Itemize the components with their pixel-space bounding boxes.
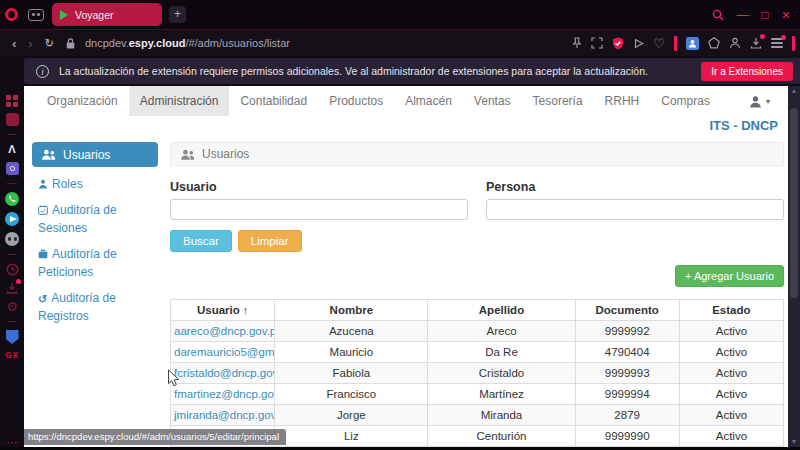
cell-estado: Activo <box>679 384 783 405</box>
user-email-link[interactable]: fcristaldo@dncp.gov.py <box>171 363 275 384</box>
popout-play-icon[interactable] <box>633 38 644 49</box>
back-button[interactable]: ‹ <box>12 36 16 51</box>
nav-contabilidad[interactable]: Contabilidad <box>229 86 318 116</box>
active-tab[interactable]: Voyager <box>52 3 162 26</box>
page-scrollbar[interactable]: ▲ ▼ <box>788 86 800 447</box>
header-usuario[interactable]: Usuario↑ <box>171 300 275 321</box>
maximize-button[interactable]: □ <box>762 9 769 21</box>
table-row: fmartinez@dncp.gov.pyFranciscoMartínez99… <box>171 384 784 405</box>
sidebar-downloads-icon[interactable] <box>6 282 18 294</box>
user-email-link[interactable]: daremauricio5@gmail.com <box>171 342 275 363</box>
usuario-input[interactable] <box>170 199 468 220</box>
workspace-app-icon[interactable] <box>6 162 19 175</box>
nav-rrhh[interactable]: RRHH <box>594 86 651 116</box>
new-tab-button[interactable]: + <box>169 6 186 23</box>
sidebar-item-label: Auditoría de Peticiones <box>38 247 117 278</box>
speed-dial-icon[interactable] <box>6 95 18 107</box>
history-clock-icon[interactable] <box>6 263 19 276</box>
history-icon: ↺ <box>38 292 47 308</box>
cell-apellido: Areco <box>428 321 575 342</box>
sidebar-item-usuarios[interactable]: Usuarios <box>32 142 158 167</box>
user-email-link[interactable]: fmartinez@dncp.gov.py <box>171 384 275 405</box>
form-actions: Buscar Limpiar <box>170 230 784 252</box>
cell-apellido: Martínez <box>428 384 575 405</box>
nav-tesoreria[interactable]: Tesorería <box>522 86 594 116</box>
nav-almacen[interactable]: Almacén <box>394 86 463 116</box>
nav-compras[interactable]: Compras <box>650 86 721 116</box>
user-email-link[interactable]: aareco@dncp.gov.py <box>171 321 275 342</box>
agregar-usuario-button[interactable]: + Agregar Usuario <box>675 265 784 287</box>
sidebar-item-roles[interactable]: Roles <box>32 167 158 193</box>
nav-ventas[interactable]: Ventas <box>463 86 522 116</box>
nav-administracion[interactable]: Administración <box>129 86 230 116</box>
address-bar-actions: ♡ <box>572 36 800 51</box>
buscar-button[interactable]: Buscar <box>170 230 232 252</box>
cell-documento: 9999992 <box>575 321 679 342</box>
opera-gx-logo-icon[interactable] <box>5 8 18 21</box>
table-row: daremauricio5@gmail.comMauricioDa Re4790… <box>171 342 784 363</box>
extensions-divider <box>674 36 677 51</box>
settings-gear-icon[interactable]: ⚙ <box>6 300 18 313</box>
sidebar-item-label: Roles <box>52 177 83 191</box>
downloads-button[interactable] <box>750 37 762 49</box>
bookmark-heart-icon[interactable]: ♡ <box>653 37 665 50</box>
cell-documento: 2879 <box>575 405 679 426</box>
sidebar-item-auditoria-registros[interactable]: ↺Auditoría de Registros <box>32 281 158 325</box>
whatsapp-icon[interactable] <box>5 192 19 206</box>
tab-title: Voyager <box>75 9 114 21</box>
sidebar-item-auditoria-sesiones[interactable]: Auditoría de Sesiones <box>32 193 158 237</box>
header-estado[interactable]: Estado <box>679 300 783 321</box>
pin-icon[interactable] <box>572 37 582 49</box>
reload-button[interactable]: ↻ <box>45 37 54 50</box>
user-email-link[interactable]: jmiranda@dncp.gov.py <box>171 405 275 426</box>
header-apellido[interactable]: Apellido <box>428 300 575 321</box>
search-icon[interactable] <box>712 9 724 21</box>
cell-nombre: Mauricio <box>275 342 428 363</box>
nav-organizacion[interactable]: Organización <box>36 86 129 116</box>
telegram-icon[interactable] <box>5 212 19 226</box>
header-nombre[interactable]: Nombre <box>275 300 428 321</box>
cell-documento: 9999993 <box>575 363 679 384</box>
browser-menu-button[interactable] <box>771 38 783 48</box>
scrollbar-thumb[interactable] <box>790 108 798 298</box>
notification-text: La actualización de extensión requiere p… <box>59 65 691 77</box>
aria-ai-icon[interactable]: Λ <box>8 143 15 156</box>
user-icon <box>749 95 762 108</box>
sidebar-item-label: Auditoría de Registros <box>38 291 116 323</box>
cell-documento: 4790404 <box>575 342 679 363</box>
snapshot-icon[interactable] <box>591 37 603 49</box>
password-shield-icon[interactable] <box>6 330 19 344</box>
minimize-button[interactable]: — <box>737 9 749 21</box>
table-row: aareco@dncp.gov.pyAzucenaAreco9999992Act… <box>171 321 784 342</box>
limpiar-button[interactable]: Limpiar <box>238 230 302 252</box>
user-menu[interactable]: ▾ <box>749 86 788 116</box>
cell-documento: 9999990 <box>575 426 679 447</box>
persona-input[interactable] <box>486 199 784 220</box>
mouse-cursor <box>167 369 180 388</box>
gx-corner-icon[interactable] <box>6 113 19 126</box>
scroll-up-icon[interactable]: ▲ <box>791 86 798 96</box>
lock-icon[interactable] <box>66 38 75 49</box>
scroll-down-icon[interactable]: ▼ <box>791 437 798 447</box>
profile-extension-icon[interactable] <box>729 37 741 49</box>
url-text[interactable]: dncpdev.espy.cloud/#/adm/usuarios/listar <box>85 37 290 49</box>
header-documento[interactable]: Documento <box>575 300 679 321</box>
persona-label: Persona <box>486 180 784 194</box>
nav-productos[interactable]: Productos <box>318 86 394 116</box>
pentagon-extension-icon[interactable] <box>708 37 720 49</box>
close-button[interactable]: × <box>782 8 790 22</box>
address-bar: ‹ › ↻ dncpdev.espy.cloud/#/adm/usuarios/… <box>0 30 800 56</box>
extension-blue-icon[interactable] <box>686 37 699 50</box>
sidebar-overflow-icon[interactable]: ⋯ <box>7 438 18 446</box>
forward-button[interactable]: › <box>28 36 32 51</box>
go-to-extensions-button[interactable]: Ir a Extensiones <box>701 62 793 81</box>
sidebar-item-label: Usuarios <box>63 148 110 162</box>
cell-apellido: Centurión <box>428 426 575 447</box>
adblock-shield-icon[interactable] <box>612 37 624 50</box>
discord-icon[interactable] <box>5 232 19 246</box>
app-top-nav: Organización Administración Contabilidad… <box>24 86 788 116</box>
sidebar-item-label: Auditoría de Sesiones <box>38 203 117 234</box>
link-status-tooltip: https://dncpdev.espy.cloud/#/adm/usuario… <box>24 429 286 445</box>
tab-cycler-icon[interactable] <box>28 9 44 21</box>
sidebar-item-auditoria-peticiones[interactable]: Auditoría de Peticiones <box>32 237 158 281</box>
